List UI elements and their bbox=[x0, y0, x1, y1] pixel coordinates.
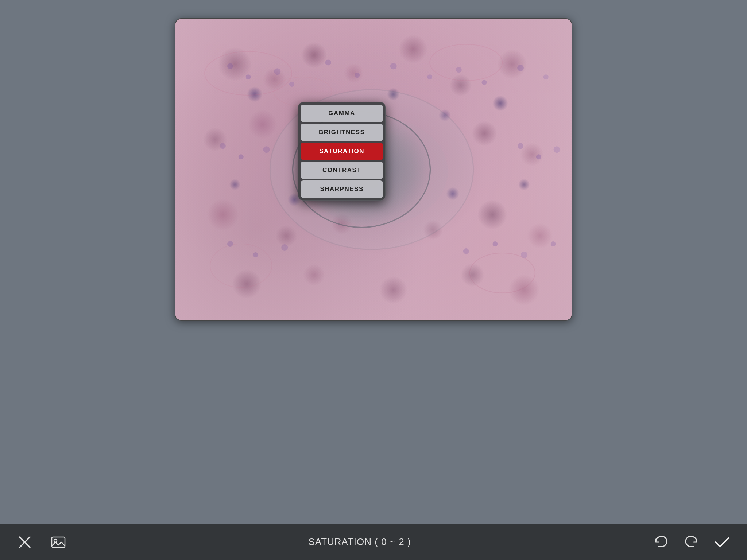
brightness-button[interactable]: BRIGHTNESS bbox=[301, 124, 383, 141]
bottom-toolbar: SATURATION ( 0 ~ 2 ) bbox=[0, 524, 747, 560]
svg-point-12 bbox=[427, 74, 432, 79]
undo-button[interactable] bbox=[651, 532, 671, 552]
gamma-button[interactable]: GAMMA bbox=[301, 105, 383, 122]
toolbar-center: SATURATION ( 0 ~ 2 ) bbox=[69, 536, 651, 548]
svg-point-26 bbox=[463, 248, 469, 254]
svg-point-6 bbox=[246, 74, 251, 79]
saturation-button[interactable]: SATURATION bbox=[301, 143, 383, 160]
svg-point-13 bbox=[456, 67, 462, 73]
svg-point-29 bbox=[551, 241, 556, 246]
svg-point-27 bbox=[492, 241, 498, 246]
contrast-button[interactable]: CONTRAST bbox=[301, 162, 383, 179]
sharpness-button[interactable]: SHARPNESS bbox=[301, 180, 383, 198]
close-button[interactable] bbox=[15, 532, 35, 552]
svg-point-24 bbox=[253, 252, 258, 257]
svg-point-14 bbox=[482, 80, 487, 85]
toolbar-left bbox=[15, 532, 69, 552]
svg-point-3 bbox=[470, 253, 535, 293]
svg-point-18 bbox=[239, 154, 244, 159]
redo-button[interactable] bbox=[681, 532, 702, 552]
svg-point-15 bbox=[517, 65, 524, 71]
svg-point-11 bbox=[390, 63, 397, 69]
svg-point-2 bbox=[430, 44, 502, 81]
svg-point-5 bbox=[227, 63, 233, 69]
svg-point-20 bbox=[518, 143, 523, 149]
svg-point-21 bbox=[536, 154, 541, 159]
svg-point-28 bbox=[521, 252, 527, 258]
svg-point-4 bbox=[210, 244, 272, 287]
image-frame: GAMMA BRIGHTNESS SATURATION CONTRAST SHA… bbox=[175, 18, 572, 321]
svg-rect-34 bbox=[52, 537, 65, 547]
confirm-button[interactable] bbox=[712, 532, 732, 552]
svg-point-19 bbox=[263, 146, 270, 153]
svg-point-23 bbox=[227, 241, 233, 247]
svg-point-8 bbox=[289, 82, 294, 87]
svg-point-17 bbox=[220, 143, 226, 149]
toolbar-right bbox=[651, 532, 732, 552]
svg-point-22 bbox=[554, 146, 560, 153]
svg-point-10 bbox=[355, 73, 360, 78]
status-text: SATURATION ( 0 ~ 2 ) bbox=[308, 536, 411, 548]
svg-point-7 bbox=[274, 68, 280, 75]
gallery-button[interactable] bbox=[48, 532, 69, 552]
svg-point-16 bbox=[543, 74, 549, 79]
popup-menu: GAMMA BRIGHTNESS SATURATION CONTRAST SHA… bbox=[298, 102, 386, 201]
svg-point-25 bbox=[281, 244, 288, 251]
svg-point-9 bbox=[325, 59, 331, 65]
app-container: GAMMA BRIGHTNESS SATURATION CONTRAST SHA… bbox=[0, 0, 747, 560]
